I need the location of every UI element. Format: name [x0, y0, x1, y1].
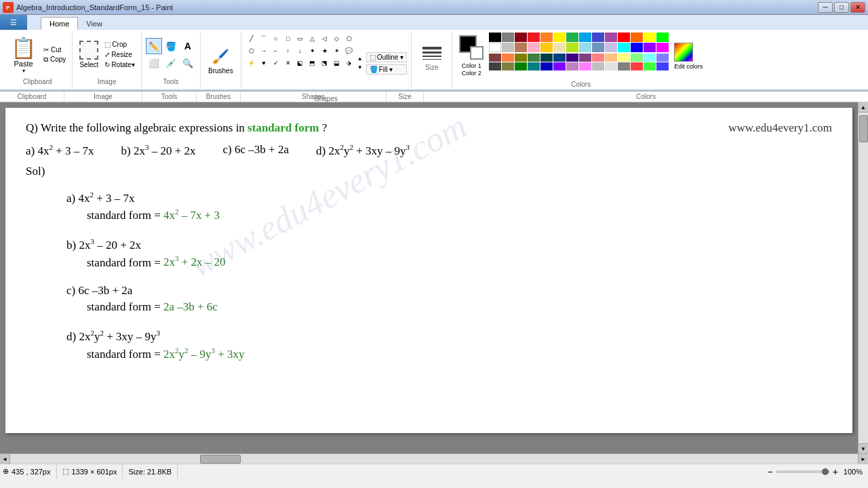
cut-button[interactable]: ✂ Cut [41, 45, 68, 54]
palette-cell[interactable] [631, 62, 643, 70]
color2-chip[interactable] [470, 46, 484, 60]
palette-cell[interactable] [502, 43, 514, 52]
eraser-tool[interactable]: ⬜ [146, 55, 162, 71]
shape-rrect[interactable]: ▭ [294, 33, 307, 45]
shape-line[interactable]: ╱ [245, 33, 258, 45]
shape-rect[interactable]: □ [282, 33, 294, 45]
palette-cell[interactable] [605, 54, 617, 62]
palette-cell[interactable] [528, 43, 540, 52]
palette-cell[interactable] [566, 62, 578, 70]
tab-home[interactable]: Home [41, 17, 78, 30]
palette-cell[interactable] [528, 54, 540, 62]
palette-cell[interactable] [656, 54, 669, 62]
palette-cell[interactable] [528, 62, 540, 70]
shape-check[interactable]: ✓ [270, 57, 282, 69]
scroll-left-button[interactable]: ◄ [0, 454, 10, 464]
palette-cell[interactable] [618, 54, 630, 62]
shape-pent[interactable]: ⬠ [343, 33, 355, 45]
palette-cell[interactable] [489, 43, 501, 52]
palette-cell[interactable] [553, 54, 566, 62]
scroll-down-button[interactable]: ▼ [859, 443, 868, 453]
palette-cell[interactable] [592, 43, 604, 52]
palette-cell[interactable] [502, 62, 514, 70]
palette-cell[interactable] [515, 62, 527, 70]
crop-button[interactable]: ⬚ Crop [102, 40, 136, 49]
zoom-slider-thumb[interactable] [822, 468, 829, 475]
shape-arrow-d[interactable]: ↓ [294, 45, 307, 57]
color-pick-tool[interactable]: 💉 [163, 55, 179, 71]
palette-cell[interactable] [515, 43, 527, 52]
text-tool[interactable]: A [180, 38, 196, 54]
palette-cell[interactable] [656, 43, 669, 52]
palette-cell[interactable] [579, 33, 591, 42]
palette-cell[interactable] [489, 54, 501, 62]
shape-s9[interactable]: ⬓ [331, 57, 343, 69]
palette-cell[interactable] [579, 54, 591, 62]
palette-cell[interactable] [502, 33, 514, 42]
paste-button[interactable]: 📋 Paste ▾ [7, 33, 40, 77]
scroll-thumb-right[interactable] [859, 115, 868, 142]
palette-cell[interactable] [579, 62, 591, 70]
palette-cell[interactable] [656, 62, 669, 70]
palette-cell[interactable] [489, 33, 501, 42]
shape-s8[interactable]: ⬔ [319, 57, 331, 69]
maximize-button[interactable]: □ [834, 2, 849, 13]
palette-cell[interactable] [618, 33, 630, 42]
shape-arrow-l[interactable]: ← [270, 45, 282, 57]
shape-lightning[interactable]: ⚡ [245, 57, 258, 69]
palette-cell[interactable] [553, 62, 566, 70]
scroll-right-button[interactable]: ► [858, 454, 868, 464]
tab-view[interactable]: View [78, 18, 111, 30]
minimize-button[interactable]: ─ [818, 2, 833, 13]
copy-button[interactable]: ⧉ Copy [41, 55, 68, 64]
palette-cell[interactable] [566, 43, 578, 52]
palette-cell[interactable] [528, 33, 540, 42]
scroll-up-button[interactable]: ▲ [859, 102, 868, 113]
edit-colors-swatch[interactable] [674, 43, 693, 62]
palette-cell[interactable] [502, 54, 514, 62]
shape-rtri[interactable]: ◁ [319, 33, 331, 45]
shape-curve[interactable]: ⌒ [258, 33, 270, 45]
shapes-scroll-up[interactable]: ▲ [357, 55, 363, 62]
shapes-scroll-down[interactable]: ▼ [357, 64, 363, 71]
shape-folder[interactable]: ⬕ [294, 57, 307, 69]
shape-star4[interactable]: ✦ [307, 45, 319, 57]
palette-cell[interactable] [553, 43, 566, 52]
shape-callout[interactable]: 💬 [343, 45, 355, 57]
shape-star5[interactable]: ★ [319, 45, 331, 57]
scrollbar-thumb-h[interactable] [200, 455, 241, 464]
palette-cell[interactable] [605, 62, 617, 70]
palette-cell[interactable] [515, 54, 527, 62]
edit-colors-label[interactable]: Edit colors [674, 63, 703, 70]
shape-tri[interactable]: △ [307, 33, 319, 45]
palette-cell[interactable] [644, 43, 656, 52]
shape-star6[interactable]: ✶ [331, 45, 343, 57]
fill-button[interactable]: 🪣 Fill ▾ [366, 64, 407, 75]
palette-cell[interactable] [566, 54, 578, 62]
brush-button[interactable]: 🖌️ [210, 45, 231, 67]
palette-cell[interactable] [540, 43, 553, 52]
palette-cell[interactable] [540, 33, 553, 42]
palette-cell[interactable] [540, 62, 553, 70]
palette-cell[interactable] [644, 62, 656, 70]
palette-cell[interactable] [656, 33, 669, 42]
shape-dia[interactable]: ◇ [331, 33, 343, 45]
shape-s10[interactable]: ⬗ [343, 57, 355, 69]
palette-cell[interactable] [644, 33, 656, 42]
zoom-minus-button[interactable]: − [767, 466, 772, 477]
app-menu-button[interactable]: ☰ [0, 15, 27, 30]
palette-cell[interactable] [618, 62, 630, 70]
shape-cross[interactable]: ✕ [282, 57, 294, 69]
magnify-tool[interactable]: 🔍 [180, 55, 196, 71]
palette-cell[interactable] [592, 62, 604, 70]
right-scrollbar[interactable]: ▲ ▼ [858, 102, 868, 453]
shape-hex[interactable]: ⬡ [245, 45, 258, 57]
palette-cell[interactable] [631, 54, 643, 62]
zoom-plus-button[interactable]: + [833, 466, 838, 477]
palette-cell[interactable] [566, 33, 578, 42]
palette-cell[interactable] [618, 43, 630, 52]
canvas-scroll-area[interactable]: www.edu4every1.com Q) Write the followin… [0, 102, 858, 453]
outline-button[interactable]: ⬚ Outline ▾ [366, 52, 407, 62]
horizontal-scrollbar[interactable]: ◄ ► [0, 453, 868, 464]
shape-arrow-r[interactable]: → [258, 45, 270, 57]
